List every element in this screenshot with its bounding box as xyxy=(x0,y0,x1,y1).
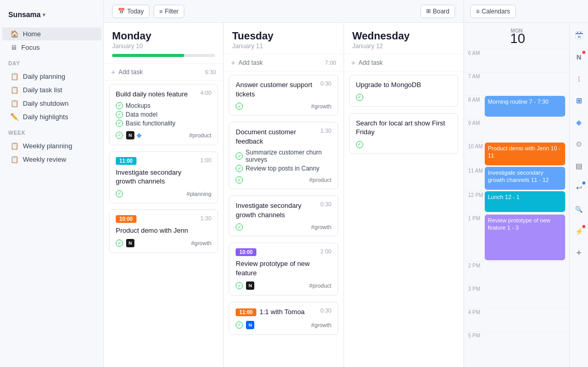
task-duration-1-3: 2:00 xyxy=(320,248,331,255)
cal-events-9 xyxy=(485,285,565,308)
cal-event-6[interactable]: Lunch 12 - 1 xyxy=(485,191,565,212)
time-label-6: 12 PM xyxy=(468,191,485,198)
time-slot-4: 10 AM Product demo with Jenn 10 - 11 xyxy=(464,142,569,166)
cal-day-num: 10 xyxy=(510,31,525,47)
task-footer-1-1: product xyxy=(236,176,331,184)
day-column-wednesday: Wednesday January 12 + Add task Upgrade … xyxy=(344,23,463,367)
add-task-row-0[interactable]: + Add task 6:30 xyxy=(104,64,223,81)
cal-event-4[interactable]: Product demo with Jenn 10 - 11 xyxy=(485,143,565,165)
topbar-right: ⊞ Board xyxy=(420,5,455,18)
task-title-1-1: Document customer feedback xyxy=(236,128,320,146)
time-slot-0: 6 AM xyxy=(464,49,569,72)
subtask-1-1-0: Summarize customer churn surveys xyxy=(236,149,331,163)
task-tag-1-1: product xyxy=(309,177,332,183)
sidebar-item-daily-planning[interactable]: 📋Daily planning xyxy=(2,70,101,83)
asana-icon[interactable]: ⁝ xyxy=(572,72,586,86)
cal-event-5[interactable]: Investigate secondary growth channels 11… xyxy=(485,167,565,190)
brand-logo[interactable]: Sunsama ▾ xyxy=(0,6,103,27)
task-title-1-2: Investigate secondary growth channels xyxy=(236,201,320,219)
cal-event-7[interactable]: Review prototype of new feature 1 - 3 xyxy=(485,215,565,260)
add-task-btn-2[interactable]: + Add task xyxy=(351,59,383,67)
archive-icon[interactable]: ▤ xyxy=(572,159,586,173)
sidebar-item-daily-highlights[interactable]: ✏️Daily highlights xyxy=(2,110,101,123)
task-badge-1-4: 11:00 xyxy=(236,308,256,316)
sidebar-label-focus: Focus xyxy=(21,44,39,51)
day-column-monday: Monday January 10 + Add task 6:30 Build … xyxy=(104,23,224,367)
calendar-side-icons: 30N⁝⊞◆⚙▤↩🔍⚡+ xyxy=(569,23,588,367)
calendar-icon: 📅 xyxy=(118,8,125,15)
task-integrations-1-4: N xyxy=(246,321,254,329)
jira-icon[interactable]: ⊞ xyxy=(572,93,586,108)
task-check-0-1[interactable] xyxy=(116,190,123,197)
sidebar-item-weekly-planning[interactable]: 📋Weekly planning xyxy=(2,139,101,152)
notion-icon[interactable]: N xyxy=(572,50,586,64)
task-check-1-4[interactable] xyxy=(236,321,243,329)
sidebar-label-daily-highlights: Daily highlights xyxy=(23,113,68,121)
sidebar-item-daily-shutdown[interactable]: 📋Daily shutdown xyxy=(2,97,101,110)
filter-button[interactable]: ≡ Filter xyxy=(154,5,184,18)
notion-icon-badge xyxy=(582,51,585,54)
sidebar-item-focus[interactable]: 🖥Focus xyxy=(2,41,101,54)
subtask-label-0-0-1: Data model xyxy=(126,111,157,118)
subtask-0-0-1: Data model xyxy=(116,111,211,118)
sidebar-item-weekly-review[interactable]: 📋Weekly review xyxy=(2,153,101,166)
check-icon-0-0-0 xyxy=(116,102,123,109)
calendar-panel: ≡ Calendars MON 10 6 AM 7 AM 8 AM Mornin… xyxy=(463,0,588,367)
svg-text:30: 30 xyxy=(577,35,581,38)
sidebar-label-home: Home xyxy=(23,30,41,38)
diamond-icon[interactable]: ◆ xyxy=(572,115,586,130)
topbar: 📅 Today ≡ Filter ⊞ Board xyxy=(104,0,463,23)
cal-date-display: MON 10 xyxy=(504,28,529,47)
task-check-1-1[interactable] xyxy=(236,176,243,184)
sidebar-label-weekly-planning: Weekly planning xyxy=(23,142,72,150)
search-icon[interactable]: 🔍 xyxy=(572,202,586,217)
day-column-tuesday: Tuesday January 11 + Add task 7:00 Answe… xyxy=(224,23,344,367)
progress-bar-0 xyxy=(112,54,215,57)
task-check-1-3[interactable] xyxy=(236,282,243,289)
task-check-2-0[interactable] xyxy=(356,94,363,101)
task-integrations-1-3: N xyxy=(246,281,254,290)
task-title-1-0: Answer customer support tickets xyxy=(236,80,320,98)
time-label-1: 7 AM xyxy=(468,73,485,79)
add-task-btn-0[interactable]: + Add task xyxy=(111,68,143,76)
board-label: Board xyxy=(433,8,449,15)
sidebar-item-daily-task[interactable]: 📋Daily task list xyxy=(2,83,101,96)
today-button[interactable]: 📅 Today xyxy=(112,5,149,18)
board-icon: ⊞ xyxy=(426,8,431,15)
cal-event-2[interactable]: Morning routine 7 - 7:30 xyxy=(485,96,565,117)
time-label-10: 4 PM xyxy=(468,308,485,315)
add-task-row-1[interactable]: + Add task 7:00 xyxy=(224,54,343,72)
task-check-1-2[interactable] xyxy=(236,223,243,231)
task-check-1-0[interactable] xyxy=(236,103,243,110)
board-button[interactable]: ⊞ Board xyxy=(420,5,455,18)
focus-icon: 🖥 xyxy=(10,44,17,51)
lightning-icon[interactable]: ⚡ xyxy=(572,224,586,238)
filter-icon: ≡ xyxy=(159,8,162,15)
task-badge-0-2: 10:00 xyxy=(116,215,136,223)
task-title-0-0: Build daily notes feature xyxy=(116,90,188,99)
task-check-0-2[interactable] xyxy=(116,239,123,247)
day-date-0: January 10 xyxy=(112,43,215,50)
time-label-8: 2 PM xyxy=(468,262,485,269)
settings-icon[interactable]: ⚙ xyxy=(572,137,586,151)
task-title-2-0: Upgrade to MongoDB xyxy=(356,80,421,90)
task-check-0-0[interactable] xyxy=(116,132,123,139)
task-footer-1-3: N product xyxy=(236,281,331,290)
task-footer-left-0-2: N xyxy=(116,239,134,247)
add-task-btn-1[interactable]: + Add task xyxy=(231,59,263,67)
sidebar-label-daily-planning: Daily planning xyxy=(23,73,65,80)
task-check-2-1[interactable] xyxy=(356,141,363,148)
google-calendar-icon[interactable]: 30 xyxy=(572,28,586,43)
cal-events-4: Product demo with Jenn 10 - 11 xyxy=(485,143,565,166)
refresh-icon[interactable]: ↩ xyxy=(572,180,586,195)
add-task-row-2[interactable]: + Add task xyxy=(344,54,463,72)
time-slot-5: 11 AM Investigate secondary growth chann… xyxy=(464,166,569,191)
task-tag-0-0: product xyxy=(189,132,212,138)
add-task-label-0: Add task xyxy=(118,68,143,76)
sidebar-item-home[interactable]: 🏠Home xyxy=(2,27,101,40)
time-slot-6: 12 PM Lunch 12 - 1 xyxy=(464,191,569,214)
calendars-button[interactable]: ≡ Calendars xyxy=(470,5,516,18)
add-icon[interactable]: + xyxy=(572,246,586,260)
subtask-label-1-1-0: Summarize customer churn surveys xyxy=(245,149,331,163)
task-tag-0-2: growth xyxy=(191,240,211,246)
